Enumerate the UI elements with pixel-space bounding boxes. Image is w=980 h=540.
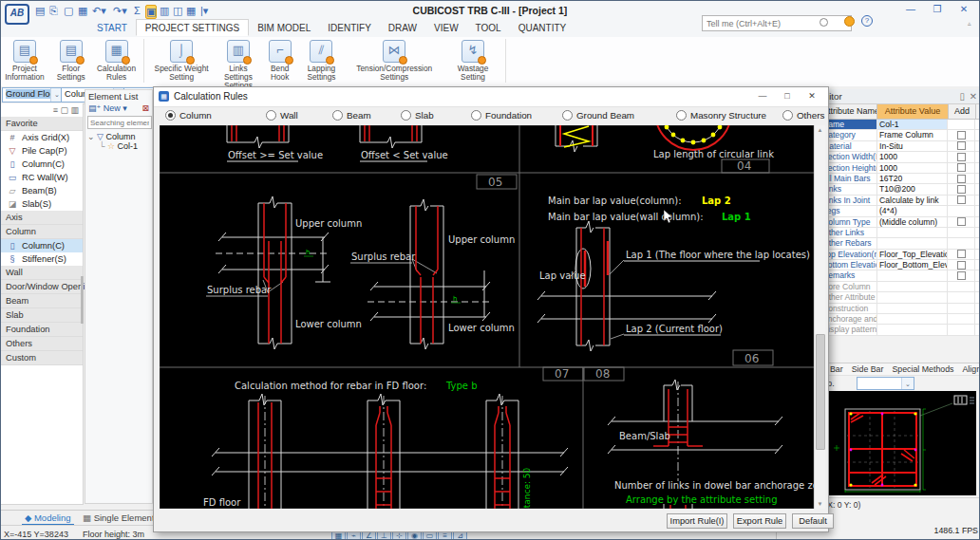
radio-beam[interactable]: Beam [332, 110, 371, 121]
canvas-scrollbar[interactable]: ▲ ▼ [814, 125, 825, 509]
bar-info-select[interactable]: ⌄ [857, 377, 914, 390]
sidebar-item-slab[interactable]: ◪Slab(S) [1, 197, 83, 211]
default-button[interactable]: Default [792, 513, 834, 529]
add-checkbox[interactable] [957, 153, 966, 161]
tension-compression-settings-button[interactable]: ⋈ Tension/Compression Settings [346, 37, 443, 82]
add-checkbox[interactable] [957, 271, 966, 280]
sidebar-item-beam[interactable]: ▱Beam(B) [1, 184, 83, 197]
toolbar-align[interactable]: Align [963, 364, 980, 374]
tips-lamp-icon[interactable] [844, 16, 855, 27]
favorite-star-icon[interactable]: ☆ [107, 141, 115, 151]
tree-item[interactable]: Col-1 [118, 141, 139, 151]
dialog-minimize-icon[interactable]: — [752, 91, 773, 101]
radio-wall[interactable]: Wall [266, 110, 298, 121]
add-checkbox[interactable] [957, 261, 966, 270]
add-checkbox[interactable] [957, 131, 966, 140]
tab-modeling[interactable]: ◆ Modeling [22, 512, 74, 526]
sidebar-item-column-c[interactable]: ▯Column(C) [1, 239, 83, 252]
tab-start[interactable]: START [88, 20, 136, 35]
tab-view[interactable]: VIEW [425, 20, 467, 35]
specific-weight-setting-button[interactable]: ⌡ Specific Weight Setting [149, 37, 214, 82]
tell-me-input[interactable] [702, 15, 852, 31]
add-checkbox[interactable] [957, 163, 966, 172]
new-element-button[interactable]: New [104, 103, 121, 113]
toolbar-side-bar[interactable]: Side Bar [852, 364, 884, 374]
element-search-input[interactable] [87, 116, 152, 129]
add-checkbox[interactable] [957, 250, 966, 258]
sidebar-section-door-window[interactable]: Door/Window Opening [1, 280, 83, 294]
restore-icon[interactable]: ❐ [928, 4, 947, 14]
toolbar-bar[interactable]: Bar [830, 364, 843, 374]
add-checkbox[interactable] [957, 175, 966, 183]
detail-view-icon[interactable]: ▥ [70, 105, 79, 115]
sidebar-section-favorite[interactable]: Favorite [1, 117, 83, 131]
tab-quantity[interactable]: QUANTITY [510, 20, 575, 35]
sidebar-section-others[interactable]: Others [1, 337, 83, 351]
calculation-rules-button[interactable]: ▦ Calculation Rules [94, 37, 140, 82]
toolbar-special-methods[interactable]: Special Methods [892, 364, 953, 374]
search-icon[interactable] [820, 18, 828, 27]
sidebar-item-axis-grid[interactable]: #Axis Grid(X) [1, 131, 83, 144]
close-panel-icon[interactable]: ✕ [970, 89, 977, 103]
pin-icon[interactable]: ▯ [960, 89, 965, 103]
tree-root[interactable]: Column [106, 132, 136, 141]
chevron-down-icon[interactable]: ▾ [122, 103, 127, 113]
help-icon[interactable]: ? [861, 15, 873, 27]
new-element-icon[interactable]: ▤⁺ [88, 103, 101, 113]
list-view-icon[interactable]: ≡ [53, 105, 58, 115]
radio-ground-beam[interactable]: Ground Beam [562, 110, 634, 121]
bend-hook-button[interactable]: ⌐ Bend Hook [263, 37, 297, 82]
sidebar-item-stiffener[interactable]: §Stiffener(S) [1, 252, 83, 266]
radio-column[interactable]: Column [165, 110, 212, 121]
scroll-up-icon[interactable]: ▲ [815, 125, 825, 135]
add-checkbox[interactable] [957, 141, 966, 150]
minimize-icon[interactable]: — [901, 4, 920, 14]
tab-draw[interactable]: DRAW [380, 20, 425, 35]
dialog-maximize-icon[interactable]: □ [777, 91, 798, 101]
sidebar-section-axis[interactable]: Axis [1, 211, 83, 225]
floor-settings-button[interactable]: ▤ Floor Settings [51, 37, 91, 82]
radio-others[interactable]: Others [782, 110, 824, 121]
radio-slab[interactable]: Slab [401, 110, 434, 121]
add-checkbox[interactable] [957, 217, 966, 226]
tab-single-element[interactable]: ▦ Single Element [83, 512, 155, 523]
dialog-title-bar[interactable]: ▦ Calculation Rules — □ ✕ [154, 87, 828, 107]
tab-project-settings[interactable]: PROJECT SETTINGS [136, 19, 249, 36]
sidebar-item-pile-cap[interactable]: ▽Pile Cap(P) [1, 144, 83, 158]
tab-identify[interactable]: IDENTIFY [319, 20, 380, 35]
tree-expander-icon[interactable]: ⌄ [87, 132, 95, 141]
tab-tool[interactable]: TOOL [467, 20, 510, 35]
export-rule-button[interactable]: Export Rule [733, 513, 786, 529]
import-rule-button[interactable]: Import Rule(I) [667, 513, 727, 529]
sidebar-item-column[interactable]: ▯Column(C) [1, 158, 83, 171]
chevron-down-icon[interactable]: ⌄ [901, 378, 914, 389]
scrollbar-thumb[interactable] [816, 334, 825, 450]
sidebar-section-column[interactable]: Column [1, 225, 83, 239]
sidebar-section-wall[interactable]: Wall [1, 266, 83, 280]
scroll-down-icon[interactable]: ▼ [815, 499, 825, 509]
project-information-button[interactable]: ▤ Project Information [1, 37, 48, 82]
dialog-close-icon[interactable]: ✕ [801, 91, 822, 101]
add-checkbox[interactable] [957, 196, 966, 204]
surplus-rebar-label: Surplus rebar [207, 285, 272, 295]
main-bar-column-label: Main bar lap value(column): [548, 196, 682, 206]
radio-foundation[interactable]: Foundation [471, 110, 532, 121]
wastage-setting-button[interactable]: ↯ Wastage Setting [445, 37, 500, 82]
sidebar-section-foundation[interactable]: Foundation [1, 323, 83, 337]
icon-view-icon[interactable]: ▢ [60, 105, 68, 115]
sidebar-section-slab[interactable]: Slab [1, 308, 83, 323]
collapse-ribbon-icon[interactable]: ▵ [968, 20, 971, 28]
calculation-diagram-canvas[interactable]: 04 05 06 07 08 [160, 125, 814, 509]
delete-element-icon[interactable]: ⊠ [141, 102, 149, 115]
lapping-settings-button[interactable]: ⫽ Lapping Settings [299, 37, 343, 82]
sidebar-item-rc-wall[interactable]: ▭RC Wall(W) [1, 171, 83, 184]
close-icon[interactable]: ✕ [954, 4, 973, 14]
tab-bim-model[interactable]: BIM MODEL [249, 20, 319, 35]
sidebar-scrollbar-thumb[interactable] [81, 276, 84, 324]
sidebar-section-beam[interactable]: Beam [1, 294, 83, 308]
links-settings-button[interactable]: ▥ Links Settings Settings [217, 37, 260, 89]
sidebar-section-custom[interactable]: Custom [1, 351, 83, 365]
floor-select[interactable]: Ground Floor ⌄ [2, 87, 64, 102]
add-checkbox[interactable] [957, 185, 966, 194]
radio-masonry-structure[interactable]: Masonry Structure [676, 110, 766, 121]
